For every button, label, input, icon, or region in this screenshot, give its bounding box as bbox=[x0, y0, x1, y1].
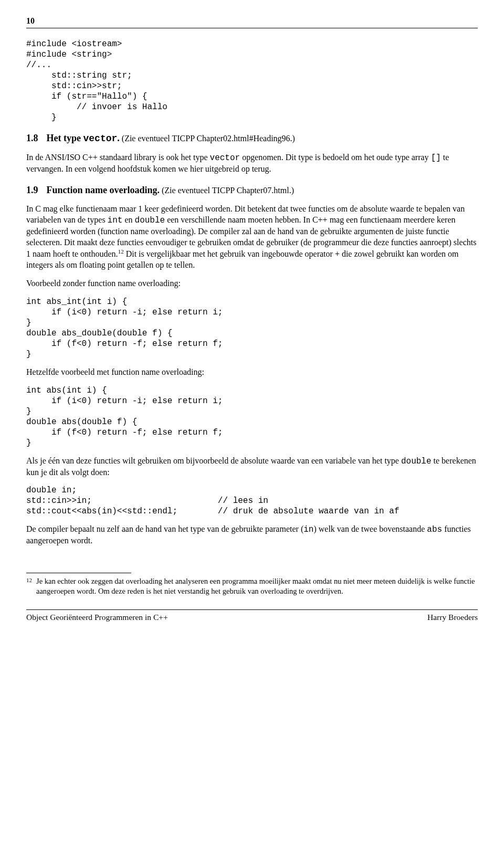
code-block-2: int abs_int(int i) { if (i<0) return -i;… bbox=[26, 297, 478, 360]
section-1-8-heading: 1.8Het type vector. (Zie eventueel TICPP… bbox=[26, 132, 478, 145]
footnote-12: 12 Je kan echter ook zeggen dat overload… bbox=[26, 576, 478, 596]
section-ref: (Zie eventueel TICPP Chapter02.html#Head… bbox=[120, 134, 295, 143]
text: en bbox=[122, 215, 134, 224]
section-1-9-heading: 1.9Function name overloading. (Zie event… bbox=[26, 184, 478, 196]
paragraph-1-8: In de ANSI/ISO C++ standaard library is … bbox=[26, 152, 478, 175]
section-title-code: vector bbox=[83, 133, 117, 144]
section-number: 1.9 bbox=[26, 185, 38, 195]
section-number: 1.8 bbox=[26, 133, 38, 143]
section-ref: (Zie eventueel TICPP Chapter07.html.) bbox=[160, 186, 294, 195]
footnote-separator bbox=[26, 573, 131, 573]
footer-right: Harry Broeders bbox=[427, 612, 478, 623]
section-title-text: Het type bbox=[47, 133, 83, 143]
code-block-1: #include <iostream> #include <string> //… bbox=[26, 39, 478, 123]
paragraph-example-2-label: Hetzelfde voorbeeld met function name ov… bbox=[26, 367, 478, 378]
paragraph-1-9a: In C mag elke functienaam maar 1 keer ge… bbox=[26, 204, 478, 271]
footer-left: Object Georiënteerd Programmeren in C++ bbox=[26, 612, 168, 623]
page-number: 10 bbox=[26, 16, 478, 27]
text: ) welk van de twee bovenstaande bbox=[313, 524, 427, 533]
inline-code: [] bbox=[431, 153, 441, 163]
page-footer: Object Georiënteerd Programmeren in C++ … bbox=[26, 609, 478, 623]
text: Als je één van deze functies wilt gebrui… bbox=[26, 456, 401, 465]
inline-code: int bbox=[108, 216, 123, 225]
footnote-number: 12 bbox=[26, 576, 32, 596]
code-block-4: double in; std::cin>>in; // lees in std:… bbox=[26, 485, 478, 517]
footnote-ref: 12 bbox=[118, 248, 124, 255]
paragraph-example-1-label: Voorbeeld zonder function name overloadi… bbox=[26, 278, 478, 289]
paragraph-compiler: De compiler bepaalt nu zelf aan de hand … bbox=[26, 524, 478, 546]
text: In de ANSI/ISO C++ standaard library is … bbox=[26, 153, 210, 162]
inline-code: vector bbox=[210, 153, 240, 163]
text: opgenomen. Dit type is bedoeld om het ou… bbox=[240, 153, 430, 162]
inline-code: in bbox=[303, 525, 313, 534]
inline-code: abs bbox=[427, 525, 442, 534]
header-rule bbox=[26, 28, 478, 28]
inline-code: double bbox=[401, 457, 432, 466]
paragraph-usage: Als je één van deze functies wilt gebrui… bbox=[26, 456, 478, 478]
code-block-3: int abs(int i) { if (i<0) return -i; els… bbox=[26, 385, 478, 448]
section-title-text: Function name overloading. bbox=[47, 185, 160, 195]
text: De compiler bepaalt nu zelf aan de hand … bbox=[26, 524, 303, 533]
footnote-text: Je kan echter ook zeggen dat overloading… bbox=[36, 576, 478, 596]
inline-code: double bbox=[135, 216, 165, 225]
